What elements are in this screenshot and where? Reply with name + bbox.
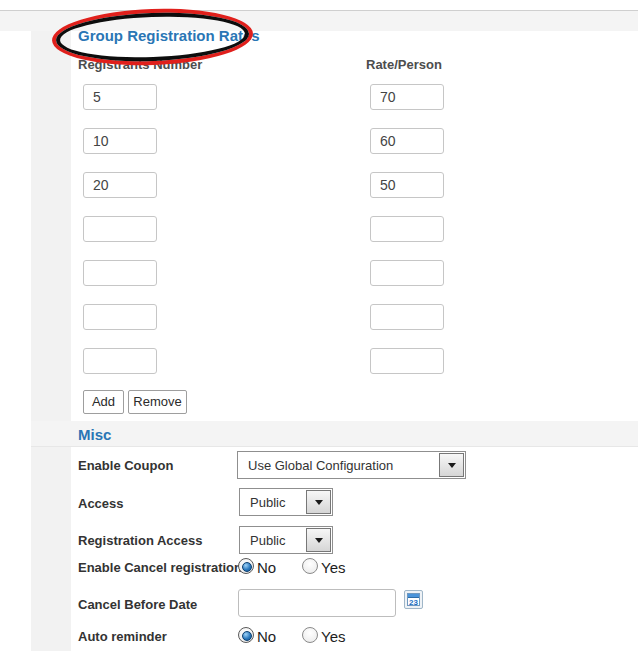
- access-selected-value: Public: [250, 495, 285, 510]
- calendar-icon-body: 23: [407, 593, 420, 606]
- auto-reminder-radio-yes[interactable]: [302, 627, 318, 643]
- enable-cancel-radio-yes[interactable]: [302, 558, 318, 574]
- cancel-before-date-input[interactable]: [238, 589, 396, 617]
- registrants-input-1[interactable]: [83, 84, 157, 110]
- auto-reminder-radio-no-label[interactable]: No: [257, 628, 276, 645]
- registration-access-selected-value: Public: [250, 533, 285, 548]
- column-header-registrants: Registrants Number: [78, 57, 202, 72]
- enable-coupon-select[interactable]: Use Global Configuration: [237, 451, 466, 479]
- cancel-before-date-label: Cancel Before Date: [78, 597, 197, 612]
- registrants-input-6[interactable]: [83, 304, 157, 330]
- rate-input-3[interactable]: [370, 172, 444, 198]
- rate-input-7[interactable]: [370, 348, 444, 374]
- enable-cancel-radio-yes-label[interactable]: Yes: [321, 559, 345, 576]
- chevron-down-icon[interactable]: [306, 528, 331, 552]
- calendar-icon-number: 23: [408, 598, 419, 607]
- registration-access-select[interactable]: Public: [239, 526, 333, 554]
- enable-cancel-radio-no-label[interactable]: No: [257, 559, 276, 576]
- misc-section-title: Misc: [78, 426, 111, 443]
- enable-cancel-label: Enable Cancel registration: [78, 560, 242, 575]
- rate-input-4[interactable]: [370, 216, 444, 242]
- registration-access-label: Registration Access: [78, 533, 203, 548]
- rate-input-2[interactable]: [370, 128, 444, 154]
- remove-row-button[interactable]: Remove: [128, 390, 187, 414]
- rate-input-5[interactable]: [370, 260, 444, 286]
- form-screen: Group Registration Rates Registrants Num…: [0, 0, 638, 651]
- enable-coupon-selected-value: Use Global Configuration: [248, 458, 393, 473]
- column-header-rate: Rate/Person: [366, 57, 442, 72]
- rate-input-6[interactable]: [370, 304, 444, 330]
- registrants-input-2[interactable]: [83, 128, 157, 154]
- group-rates-section-title: Group Registration Rates: [78, 27, 260, 44]
- chevron-down-icon[interactable]: [439, 453, 464, 477]
- add-row-button[interactable]: Add: [83, 390, 124, 414]
- access-label: Access: [78, 496, 124, 511]
- registrants-input-3[interactable]: [83, 172, 157, 198]
- auto-reminder-label: Auto reminder: [78, 629, 167, 644]
- enable-cancel-radio-no[interactable]: [238, 558, 254, 574]
- auto-reminder-radio-no[interactable]: [238, 627, 254, 643]
- registrants-input-7[interactable]: [83, 348, 157, 374]
- misc-section-band: [31, 421, 638, 447]
- auto-reminder-radio-yes-label[interactable]: Yes: [321, 628, 345, 645]
- registrants-input-5[interactable]: [83, 260, 157, 286]
- registrants-input-4[interactable]: [83, 216, 157, 242]
- calendar-icon[interactable]: 23: [404, 590, 423, 609]
- access-select[interactable]: Public: [239, 488, 333, 516]
- chevron-down-icon[interactable]: [306, 490, 331, 514]
- left-gutter-column: [31, 31, 71, 651]
- rate-input-1[interactable]: [370, 84, 444, 110]
- enable-coupon-label: Enable Coupon: [78, 458, 173, 473]
